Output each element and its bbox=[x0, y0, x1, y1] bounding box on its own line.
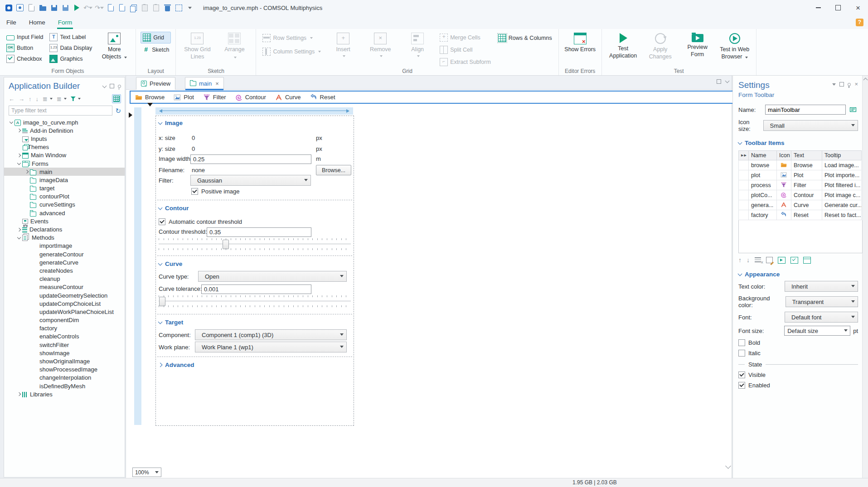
form-design-canvas[interactable]: Image x: size 0 px y: size 0 px Image wi… bbox=[155, 116, 354, 426]
move-item-down-icon[interactable]: ↓ bbox=[747, 256, 750, 264]
canvas-vertical-scrollbar[interactable] bbox=[726, 90, 731, 468]
show-grid-lines-button[interactable]: Show Grid Lines bbox=[180, 32, 214, 67]
row-handle-cell[interactable] bbox=[739, 170, 749, 180]
tree-item-image_to_curve.mph[interactable]: image_to_curve.mph bbox=[4, 118, 125, 126]
graphics-button[interactable]: Graphics bbox=[48, 53, 94, 64]
button-object-button[interactable]: OKButton bbox=[5, 43, 45, 53]
tab-home[interactable]: Home bbox=[23, 15, 52, 29]
column-width-guide[interactable] bbox=[155, 107, 353, 115]
run-icon[interactable] bbox=[73, 4, 81, 12]
zoom-selected-icon[interactable] bbox=[118, 4, 126, 12]
panel-pin-icon[interactable] bbox=[118, 85, 121, 88]
show-grid-toggle-icon[interactable] bbox=[112, 94, 121, 103]
form-toolbar-reset-button[interactable]: Reset bbox=[310, 94, 335, 101]
row-handle-cell[interactable] bbox=[739, 180, 749, 190]
curve-tolerance-input[interactable]: 0.001 bbox=[201, 284, 311, 294]
tree-item-Add-in Definition[interactable]: Add-in Definition bbox=[4, 126, 125, 135]
curve-tolerance-slider[interactable] bbox=[159, 295, 351, 307]
item-text-cell[interactable]: Filter bbox=[791, 180, 822, 190]
tree-item-generateCurve[interactable]: generateCurve bbox=[4, 258, 125, 266]
panel-float-icon[interactable] bbox=[839, 82, 844, 87]
align-button[interactable]: Align bbox=[401, 32, 434, 67]
add-item-icon[interactable] bbox=[778, 257, 786, 264]
form-section-contour[interactable]: Contour bbox=[159, 205, 189, 212]
contour-threshold-slider[interactable] bbox=[159, 238, 351, 250]
item-text-cell[interactable]: Curve bbox=[791, 200, 822, 210]
font-size-combo[interactable]: Default size bbox=[784, 326, 850, 336]
tree-item-createNodes[interactable]: createNodes bbox=[4, 266, 125, 275]
background-color-dropdown[interactable]: Transparent bbox=[786, 296, 858, 307]
scroll-down-icon[interactable] bbox=[725, 463, 731, 469]
edit-item-icon[interactable] bbox=[766, 257, 773, 263]
delete-icon[interactable] bbox=[163, 4, 171, 12]
tree-item-showProcessedImage[interactable]: showProcessedImage bbox=[4, 366, 125, 374]
column-marker[interactable] bbox=[147, 103, 153, 106]
paste-icon[interactable] bbox=[141, 4, 149, 12]
tree-expander-icon[interactable] bbox=[15, 393, 22, 395]
tree-filter-input[interactable] bbox=[9, 106, 112, 116]
tree-item-Forms[interactable]: Forms bbox=[4, 159, 125, 168]
refresh-icon[interactable]: ↻ bbox=[115, 107, 121, 114]
item-name-cell[interactable]: browse bbox=[749, 160, 777, 170]
form-toolbar-object[interactable]: BrowsePlotFilterContourCurveReset bbox=[130, 91, 733, 104]
tree-item-Events[interactable]: Events bbox=[4, 217, 125, 225]
tree-item-updateGeometrySelection[interactable]: updateGeometrySelection bbox=[4, 291, 125, 299]
row-handle-cell[interactable] bbox=[739, 190, 749, 200]
nav-forward-icon[interactable]: → bbox=[19, 96, 24, 102]
tree-item-advanced[interactable]: advanced bbox=[4, 209, 125, 217]
item-tooltip-cell[interactable]: Generate cur... bbox=[822, 200, 862, 210]
maximize-editor-icon[interactable] bbox=[717, 79, 721, 84]
item-name-cell[interactable]: plotCo... bbox=[749, 190, 777, 200]
toolbar-item-row-Filter[interactable]: processFilterPlot filtered i... bbox=[739, 180, 862, 190]
tree-item-showImage[interactable]: showImage bbox=[4, 349, 125, 357]
tree-item-updateCompChoiceList[interactable]: updateCompChoiceList bbox=[4, 299, 125, 308]
tree-item-generateContour[interactable]: generateContour bbox=[4, 250, 125, 258]
new-file-icon[interactable] bbox=[27, 4, 35, 12]
move-item-up-icon[interactable]: ↑ bbox=[738, 256, 742, 264]
more-objects-button[interactable]: More Objects bbox=[97, 32, 131, 67]
browse-file-button[interactable]: Browse... bbox=[316, 165, 351, 175]
save-as-icon[interactable] bbox=[61, 4, 69, 12]
tab-main[interactable]: main × bbox=[185, 77, 224, 90]
redo-icon[interactable]: ↷ bbox=[95, 4, 103, 12]
test-application-button[interactable]: Test Application bbox=[606, 32, 640, 67]
open-file-icon[interactable] bbox=[39, 4, 47, 12]
settings-scrollbar[interactable] bbox=[862, 76, 868, 479]
add-toggle-item-icon[interactable] bbox=[790, 257, 798, 264]
tree-item-Themes[interactable]: Themes bbox=[4, 143, 125, 151]
tree-item-componentDim[interactable]: componentDim bbox=[4, 316, 125, 324]
enabled-checkbox[interactable]: Enabled bbox=[738, 382, 858, 389]
row-marker[interactable] bbox=[129, 112, 132, 118]
component-dropdown[interactable]: Component 1 (comp1) (3D) bbox=[195, 329, 347, 340]
tree-item-importImage[interactable]: importImage bbox=[4, 242, 125, 250]
insert-button[interactable]: + Insert bbox=[326, 32, 360, 67]
item-text-cell[interactable]: Contour bbox=[791, 190, 822, 200]
visible-checkbox[interactable]: Visible bbox=[738, 371, 858, 378]
nav-back-icon[interactable]: ← bbox=[9, 96, 15, 102]
form-section-image[interactable]: Image bbox=[159, 120, 183, 126]
tree-item-contourPlot[interactable]: contourPlot bbox=[4, 193, 125, 201]
font-dropdown[interactable]: Default font bbox=[785, 312, 858, 323]
form-section-curve[interactable]: Curve bbox=[159, 260, 182, 267]
item-icon-cell[interactable] bbox=[777, 180, 791, 190]
item-name-cell[interactable]: genera... bbox=[749, 200, 777, 210]
tree-expander-icon[interactable] bbox=[15, 154, 22, 157]
delete-item-icon[interactable] bbox=[755, 257, 761, 263]
bold-checkbox[interactable]: Bold bbox=[738, 339, 858, 346]
item-name-cell[interactable]: factory bbox=[749, 210, 777, 220]
tree-item-main[interactable]: main bbox=[4, 168, 125, 176]
slider-thumb[interactable] bbox=[223, 240, 229, 249]
text-color-dropdown[interactable]: Inherit bbox=[785, 281, 858, 292]
panel-pin-icon[interactable] bbox=[848, 83, 851, 86]
row-handle-cell[interactable] bbox=[739, 160, 749, 170]
toolbar-items-section-header[interactable]: Toolbar Items bbox=[738, 140, 858, 146]
tree-item-cleanup[interactable]: cleanup bbox=[4, 275, 125, 283]
item-icon-cell[interactable] bbox=[777, 190, 791, 200]
item-icon-cell[interactable] bbox=[777, 170, 791, 180]
toolbar-item-row-Curve[interactable]: genera...CurveGenerate cur... bbox=[739, 200, 862, 210]
test-in-web-browser-button[interactable]: Test in Web Browser bbox=[718, 32, 752, 67]
toolbar-item-row-Reset[interactable]: factoryResetReset to fact... bbox=[739, 210, 862, 220]
tree-item-changeInterpolation[interactable]: changeInterpolation bbox=[4, 374, 125, 382]
tree-item-Declarations[interactable]: Declarations bbox=[4, 225, 125, 233]
merge-cells-button[interactable]: +Merge Cells bbox=[438, 33, 493, 43]
